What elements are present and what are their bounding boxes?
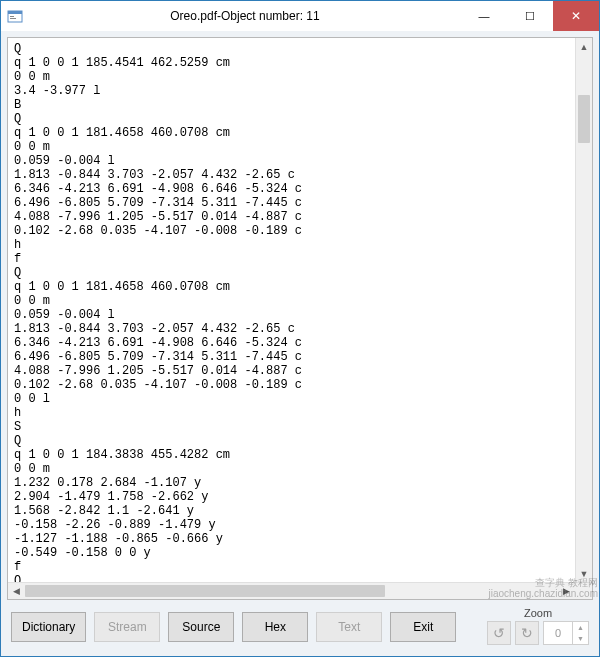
hscroll-track[interactable] bbox=[25, 583, 558, 599]
bottom-toolbar: Dictionary Stream Source Hex Text Exit Z… bbox=[7, 600, 593, 650]
app-icon bbox=[1, 1, 29, 31]
close-button[interactable]: ✕ bbox=[553, 1, 599, 31]
scroll-right-arrow[interactable]: ▶ bbox=[558, 583, 575, 599]
content-frame: Q q 1 0 0 1 185.4541 462.5259 cm 0 0 m 3… bbox=[7, 37, 593, 600]
zoom-label: Zoom bbox=[524, 607, 552, 619]
svg-rect-3 bbox=[10, 18, 16, 19]
title-bar: Oreo.pdf-Object number: 11 — ☐ ✕ bbox=[1, 1, 599, 31]
rotate-cw-button: ↻ bbox=[515, 621, 539, 645]
zoom-value: 0 bbox=[544, 627, 572, 639]
scroll-up-arrow[interactable]: ▲ bbox=[576, 38, 592, 55]
window-controls: — ☐ ✕ bbox=[461, 1, 599, 31]
svg-rect-2 bbox=[10, 16, 14, 17]
pdf-stream-text[interactable]: Q q 1 0 0 1 185.4541 462.5259 cm 0 0 m 3… bbox=[8, 38, 575, 582]
stream-button: Stream bbox=[94, 612, 160, 642]
hscroll-thumb[interactable] bbox=[25, 585, 385, 597]
vscroll-track[interactable] bbox=[576, 55, 592, 565]
window-title: Oreo.pdf-Object number: 11 bbox=[29, 1, 461, 31]
dictionary-button[interactable]: Dictionary bbox=[11, 612, 86, 642]
zoom-up-arrow: ▲ bbox=[573, 622, 588, 633]
minimize-button[interactable]: — bbox=[461, 1, 507, 31]
zoom-down-arrow: ▼ bbox=[573, 633, 588, 644]
svg-rect-1 bbox=[8, 11, 22, 14]
rotate-ccw-button: ↺ bbox=[487, 621, 511, 645]
scroll-left-arrow[interactable]: ◀ bbox=[8, 583, 25, 599]
vscroll-thumb[interactable] bbox=[578, 95, 590, 143]
horizontal-scrollbar[interactable]: ◀ ▶ bbox=[8, 582, 592, 599]
maximize-button[interactable]: ☐ bbox=[507, 1, 553, 31]
scroll-corner bbox=[575, 583, 592, 599]
text-button: Text bbox=[316, 612, 382, 642]
hex-button[interactable]: Hex bbox=[242, 612, 308, 642]
app-window: Oreo.pdf-Object number: 11 — ☐ ✕ Q q 1 0… bbox=[0, 0, 600, 657]
zoom-spinner: 0 ▲ ▼ bbox=[543, 621, 589, 645]
vertical-scrollbar[interactable]: ▲ ▼ bbox=[575, 38, 592, 582]
scroll-down-arrow[interactable]: ▼ bbox=[576, 565, 592, 582]
source-button[interactable]: Source bbox=[168, 612, 234, 642]
client-area: Q q 1 0 0 1 185.4541 462.5259 cm 0 0 m 3… bbox=[1, 31, 599, 656]
exit-button[interactable]: Exit bbox=[390, 612, 456, 642]
zoom-group: Zoom ↺ ↻ 0 ▲ ▼ bbox=[487, 609, 589, 645]
